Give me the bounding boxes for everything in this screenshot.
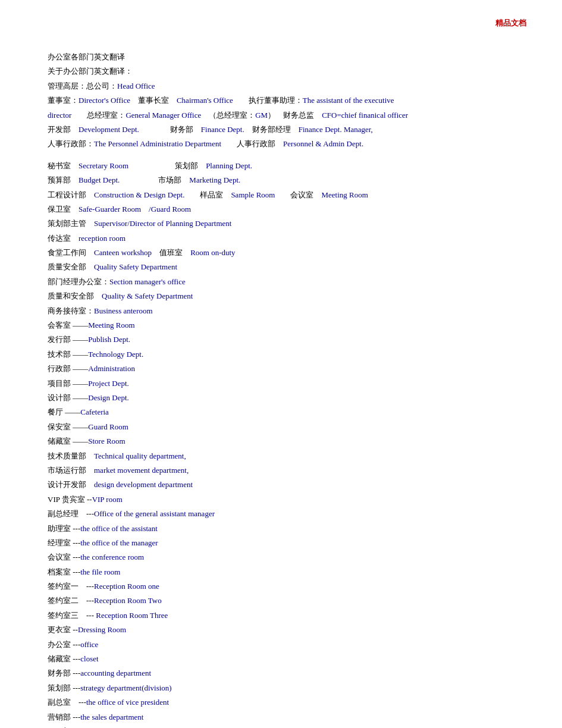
line-dressing: 更衣室 --Dressing Room — [48, 623, 514, 636]
line-deputy-gm: 副总经理 ---Office of the general assistant … — [48, 507, 514, 520]
subtitle: 关于办公部门英文翻译： — [48, 64, 514, 78]
line-archive: 档案室 ---the file room — [48, 565, 514, 579]
line-manager-office: 经理室 ---the office of the manager — [48, 536, 514, 550]
line-development: 开发部 Development Dept. 财务部 Finance Dept. … — [48, 123, 514, 136]
line-assistant-office: 助理室 ---the office of the assistant — [48, 522, 514, 535]
subtitle-text: 关于办公部门英文翻译： — [48, 67, 133, 76]
line-reception-room1: 签约室一 ---Reception Room one — [48, 579, 514, 593]
line-sales: 营销部 ---the sales department — [48, 710, 514, 724]
line-secretary: 秘书室 Secretary Room 策划部 Planning Dept. — [48, 159, 514, 172]
line-admin: 行政部 ——Administration — [48, 362, 514, 375]
line-quality-safety: 质量安全部 Quality Safety Department — [48, 260, 514, 274]
line-market-ops: 市场运行部 market movement department, — [48, 463, 514, 477]
line-security: 保卫室 Safe-Guarder Room /Guard Room — [48, 202, 514, 216]
page: 精品文档 办公室各部门英文翻译 关于办公部门英文翻译： 管理高层：总公司：Hea… — [0, 0, 562, 728]
watermark: 精品文档 — [495, 18, 526, 29]
spacer1 — [48, 152, 514, 159]
line-tech-quality: 技术质量部 Technical quality department, — [48, 449, 514, 463]
line-budget: 预算部 Budget Dept. 市场部 Marketing Dept. — [48, 173, 514, 187]
line-guard: 保安室 ——Guard Room — [48, 420, 514, 434]
line-store: 储藏室 ——Store Room — [48, 434, 514, 448]
line-cafeteria: 餐厅 ——Cafeteria — [48, 405, 514, 419]
line-reception: 传达室 reception room — [48, 231, 514, 245]
line-meeting-room: 会客室 ——Meeting Room — [48, 318, 514, 332]
line-canteen: 食堂工作间 Canteen workshop 值班室 Room on-duty — [48, 246, 514, 259]
title: 办公室各部门英文翻译 — [48, 50, 514, 64]
line-reception-room3: 签约室三 --- Reception Room Three — [48, 608, 514, 622]
line-vp-office: 副总室 ---the office of vice president — [48, 695, 514, 709]
line-tech: 技术部 ——Technology Dept. — [48, 347, 514, 361]
line-management: 管理高层：总公司：Head Office — [48, 79, 514, 93]
line-reception-room2: 签约室二 ---Reception Room Two — [48, 594, 514, 607]
line-planning-supervisor: 策划部主管 Supervisor/Director of Planning De… — [48, 216, 514, 230]
line-business-anteroom: 商务接待室：Business anteroom — [48, 304, 514, 318]
line-strategy: 策划部 ---strategy department(division) — [48, 681, 514, 695]
line-quality-safety2: 质量和安全部 Quality & Safety Department — [48, 289, 514, 303]
line-design-dev: 设计开发部 design development department — [48, 478, 514, 491]
line-publish: 发行部 ——Publish Dept. — [48, 332, 514, 346]
line-director: director 总经理室：General Manager Office （总经… — [48, 108, 514, 122]
title-text: 办公室各部门英文翻译 — [48, 52, 125, 61]
line-hr: 人事行政部：The Personnel Administratio Depart… — [48, 137, 514, 150]
line-closet: 储藏室 ---closet — [48, 652, 514, 666]
line-board: 董事室：Director's Office 董事长室 Chairman's Of… — [48, 93, 514, 107]
line-conference: 会议室 ---the conference room — [48, 550, 514, 564]
line-finance: 财务部 ---accounting department — [48, 666, 514, 680]
line-design: 设计部 ——Design Dept. — [48, 391, 514, 404]
line-section-manager: 部门经理办公室：Section manager's office — [48, 275, 514, 288]
line-vip: VIP 贵宾室 --VIP room — [48, 492, 514, 506]
line-engineering2: 工程部 --- engineering department — [48, 724, 514, 728]
line-project: 项目部 ——Project Dept. — [48, 376, 514, 390]
line-engineering: 工程设计部 Construction & Design Dept. 样品室 Sa… — [48, 188, 514, 202]
line-office: 办公室 ---office — [48, 638, 514, 651]
